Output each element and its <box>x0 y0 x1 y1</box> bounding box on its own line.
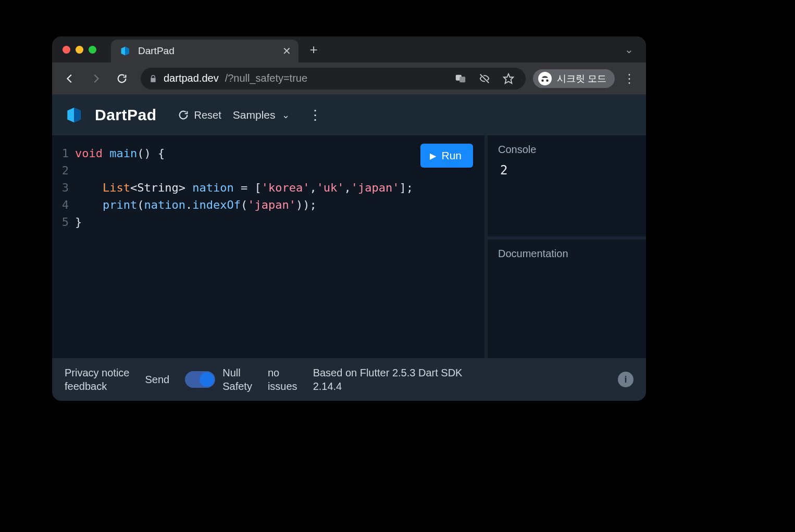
privacy-notice-link[interactable]: Privacy notice feedback <box>65 366 130 393</box>
url-path: /?null_safety=true <box>225 72 307 84</box>
svg-marker-6 <box>74 108 81 122</box>
code-editor[interactable]: void main() { List<String> nation = ['ko… <box>73 135 485 358</box>
url-input[interactable]: dartpad.dev/?null_safety=true <box>141 68 526 90</box>
sdk-version-label: Based on Flutter 2.5.3 Dart SDK 2.14.4 <box>313 366 463 393</box>
send-feedback-link[interactable]: Send <box>145 374 170 386</box>
samples-label: Samples <box>233 109 276 121</box>
code-line: List<String> nation = ['korea','uk','jap… <box>75 179 479 196</box>
main-area: 12345 void main() { List<String> nation … <box>52 135 646 358</box>
app-overflow-menu-icon[interactable]: ⋮ <box>308 107 322 123</box>
editor-pane: 12345 void main() { List<String> nation … <box>52 135 485 358</box>
lock-icon <box>149 74 157 83</box>
code-line <box>75 162 479 179</box>
null-safety-label: Null Safety <box>222 366 252 393</box>
new-tab-button[interactable]: + <box>305 41 322 58</box>
eye-off-icon[interactable] <box>476 70 493 87</box>
toggle-knob <box>200 372 214 387</box>
null-safety-toggle[interactable] <box>185 371 215 388</box>
maximize-window-button[interactable] <box>89 46 96 54</box>
browser-tab[interactable]: DartPad ✕ <box>111 40 299 62</box>
line-number: 5 <box>52 213 69 231</box>
browser-window: DartPad ✕ + ⌄ dartpad.dev/?null_safety=t… <box>52 36 646 401</box>
titlebar: DartPad ✕ + ⌄ <box>52 36 646 62</box>
reset-button[interactable]: Reset <box>178 109 221 121</box>
play-icon: ▶ <box>430 151 436 161</box>
run-button[interactable]: ▶ Run <box>420 144 473 168</box>
code-line: } <box>75 213 479 231</box>
line-number: 1 <box>52 145 69 162</box>
app-brand: DartPad <box>95 106 157 124</box>
samples-dropdown[interactable]: Samples ⌄ <box>233 109 290 121</box>
star-icon[interactable] <box>500 70 517 87</box>
reset-label: Reset <box>194 109 221 121</box>
svg-rect-3 <box>459 77 465 82</box>
code-line: void main() { <box>75 145 479 162</box>
incognito-label: 시크릿 모드 <box>557 72 606 85</box>
dart-favicon-icon <box>119 45 131 57</box>
url-host: dartpad.dev <box>164 72 219 84</box>
run-label: Run <box>441 149 462 162</box>
svg-marker-4 <box>504 73 513 83</box>
line-number: 4 <box>52 196 69 213</box>
address-bar-row: dartpad.dev/?null_safety=true 시크릿 모드 ⋮ <box>52 62 646 95</box>
tabs-chevron-down-icon[interactable]: ⌄ <box>625 43 633 56</box>
console-title: Console <box>488 135 646 160</box>
dart-logo-icon <box>65 106 83 124</box>
browser-menu-icon[interactable]: ⋮ <box>620 71 639 86</box>
reset-icon <box>178 109 189 121</box>
forward-button[interactable] <box>85 68 106 89</box>
documentation-title: Documentation <box>488 239 646 264</box>
console-panel: Console 2 <box>488 135 646 239</box>
line-number-gutter: 12345 <box>52 135 73 358</box>
null-safety-toggle-group: Null Safety <box>185 366 252 393</box>
close-window-button[interactable] <box>63 46 70 54</box>
incognito-icon <box>538 72 552 85</box>
documentation-panel: Documentation <box>488 239 646 358</box>
app-header: DartPad Reset Samples ⌄ ⋮ <box>52 95 646 135</box>
info-icon[interactable]: i <box>618 372 633 387</box>
window-controls <box>63 46 96 54</box>
tab-title: DartPad <box>138 45 277 57</box>
footer-bar: Privacy notice feedback Send Null Safety… <box>52 358 646 401</box>
line-number: 2 <box>52 162 69 179</box>
side-panels: Console 2 Documentation <box>485 135 646 358</box>
svg-marker-1 <box>125 47 129 56</box>
back-button[interactable] <box>59 68 80 89</box>
chevron-down-icon: ⌄ <box>282 109 290 121</box>
issues-status: no issues <box>268 366 297 393</box>
console-output: 2 <box>488 160 646 181</box>
incognito-badge[interactable]: 시크릿 모드 <box>533 69 615 88</box>
translate-icon[interactable] <box>452 70 469 87</box>
code-line: print(nation.indexOf('japan')); <box>75 196 479 213</box>
reload-button[interactable] <box>111 68 132 89</box>
line-number: 3 <box>52 179 69 196</box>
tab-close-icon[interactable]: ✕ <box>282 45 291 57</box>
minimize-window-button[interactable] <box>76 46 83 54</box>
